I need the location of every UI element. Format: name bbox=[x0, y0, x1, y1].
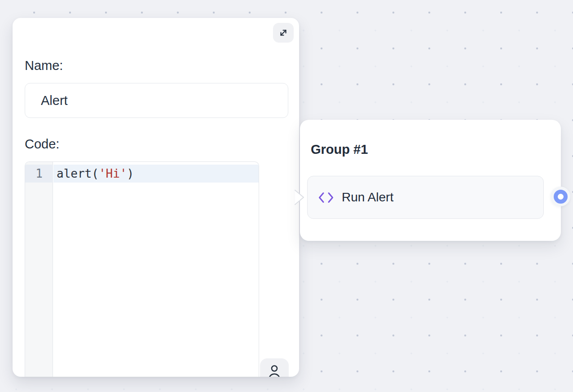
user-button[interactable] bbox=[260, 358, 289, 377]
line-number: 1 bbox=[25, 165, 53, 183]
group-node-card[interactable]: Group #1 Run Alert bbox=[300, 120, 561, 241]
code-editor[interactable]: 1 alert('Hi') bbox=[25, 161, 259, 377]
flow-canvas[interactable]: Name: Code: 1 alert('Hi') Group #1 bbox=[0, 0, 573, 392]
expand-button[interactable] bbox=[273, 23, 294, 43]
code-token: alert( bbox=[57, 167, 99, 180]
code-line[interactable]: 1 alert('Hi') bbox=[25, 165, 259, 183]
node-editor-panel: Name: Code: 1 alert('Hi') bbox=[13, 18, 299, 377]
line-number-gutter bbox=[25, 162, 53, 377]
node-label: Run Alert bbox=[342, 190, 393, 205]
person-icon bbox=[266, 363, 282, 377]
code-line-content[interactable]: alert('Hi') bbox=[53, 165, 259, 183]
group-title: Group #1 bbox=[311, 141, 368, 157]
code-brackets-icon bbox=[318, 191, 334, 204]
connection-handle[interactable] bbox=[551, 187, 570, 206]
connection-handle-dot[interactable] bbox=[554, 190, 568, 204]
expand-diagonal-icon bbox=[278, 27, 289, 38]
code-field-label: Code: bbox=[25, 137, 59, 151]
node-run-alert[interactable]: Run Alert bbox=[307, 176, 544, 219]
code-token: ) bbox=[127, 167, 134, 180]
name-field-label: Name: bbox=[25, 58, 63, 73]
name-input[interactable] bbox=[25, 83, 288, 118]
caret-right-icon[interactable] bbox=[294, 189, 305, 206]
code-token-string: 'Hi' bbox=[99, 167, 127, 180]
